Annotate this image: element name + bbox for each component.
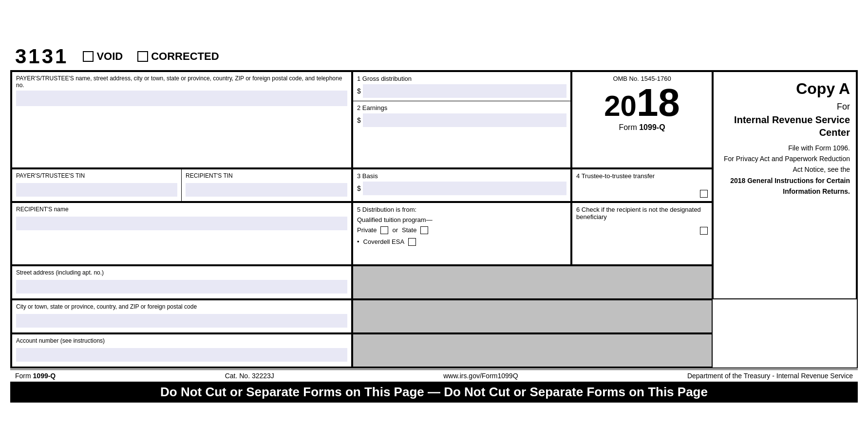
box1-input: $ — [357, 84, 566, 98]
box5-options: Qualified tuition program— Private or St… — [357, 216, 566, 246]
box3-input: $ — [357, 182, 566, 195]
recipient-name-cell: RECIPIENT'S name — [11, 202, 352, 265]
footer-department: Department of the Treasury - Internal Re… — [687, 372, 853, 380]
footer-cat: Cat. No. 32223J — [225, 372, 274, 380]
or-label: or — [392, 226, 398, 234]
footer-top: Form 1099-Q Cat. No. 32223J www.irs.gov/… — [10, 369, 858, 382]
copy-a-info: File with Form 1096. For Privacy Act and… — [719, 143, 850, 197]
box3-cell: 3 Basis $ — [352, 168, 571, 202]
void-checkbox[interactable] — [83, 51, 94, 62]
void-corrected-area: VOID CORRECTED — [83, 50, 219, 63]
gray-area-1 — [352, 265, 713, 299]
street-label: Street address (including apt. no.) — [16, 269, 347, 276]
box2-amount[interactable] — [363, 113, 566, 127]
gray-area-2 — [352, 299, 713, 333]
void-label: VOID — [96, 50, 123, 63]
payer-tin-input[interactable] — [16, 183, 177, 197]
box5-label: 5 Distribution is from: — [357, 206, 566, 213]
box5-cell: 5 Distribution is from: Qualified tuitio… — [352, 202, 571, 265]
payer-tin-label: PAYER'S/TRUSTEE'S TIN — [16, 172, 177, 179]
street-cell: Street address (including apt. no.) — [11, 265, 352, 299]
box5-private-state: Private or State — [357, 226, 566, 234]
private-checkbox[interactable] — [380, 226, 388, 234]
recipient-tin-right: RECIPIENT'S TIN — [182, 169, 351, 201]
footer-bottom: Do Not Cut or Separate Forms on This Pag… — [10, 382, 858, 403]
box3-amount[interactable] — [363, 182, 566, 195]
form-body: PAYER'S/TRUSTEE'S name, street address, … — [10, 70, 858, 368]
recipient-tin-input[interactable] — [186, 183, 347, 197]
coverdell-bullet: • — [357, 238, 359, 245]
box4-checkbox[interactable] — [700, 190, 708, 198]
corrected-label: CORRECTED — [151, 50, 219, 63]
payer-tin-left: PAYER'S/TRUSTEE'S TIN — [12, 169, 182, 201]
copy-a-cell: Copy A For Internal Revenue Service Cent… — [713, 71, 857, 299]
void-checkbox-label[interactable]: VOID — [83, 50, 123, 63]
city-input[interactable] — [16, 314, 347, 328]
page: 3131 VOID CORRECTED PAYER'S/TRUSTEE'S na… — [5, 40, 863, 403]
box1-section: 1 Gross distribution $ — [353, 72, 570, 101]
payer-name-cell: PAYER'S/TRUSTEE'S name, street address, … — [11, 71, 352, 168]
payer-name-label: PAYER'S/TRUSTEE'S name, street address, … — [16, 75, 347, 89]
street-input[interactable] — [16, 280, 347, 294]
city-label: City or town, state or province, country… — [16, 303, 347, 310]
box4-cell: 4 Trustee-to-trustee transfer — [571, 168, 713, 202]
footer-form-name: Form 1099-Q — [15, 372, 56, 380]
copy-a-irs: Internal Revenue Service Center — [719, 113, 850, 139]
box6-label: 6 Check if the recipient is not the desi… — [576, 206, 708, 221]
box1-label: 1 Gross distribution — [357, 75, 566, 82]
copy-a-title: Copy A — [719, 77, 850, 100]
city-cell: City or town, state or province, country… — [11, 299, 352, 333]
recipient-tin-label: RECIPIENT'S TIN — [186, 172, 347, 179]
box2-label: 2 Earnings — [357, 104, 566, 111]
corrected-checkbox[interactable] — [137, 51, 148, 62]
corrected-checkbox-label[interactable]: CORRECTED — [137, 50, 219, 63]
box6-checkbox[interactable] — [700, 227, 708, 235]
coverdell-checkbox[interactable] — [408, 238, 416, 246]
top-header: 3131 VOID CORRECTED — [10, 45, 858, 68]
box4-label: 4 Trustee-to-trustee transfer — [576, 172, 708, 180]
account-label: Account number (see instructions) — [16, 337, 347, 344]
copy-a-for: For — [719, 100, 850, 113]
recipient-name-input[interactable] — [16, 217, 347, 230]
gray-area-3 — [352, 333, 713, 368]
box5-coverdell: • Coverdell ESA — [357, 238, 566, 246]
coverdell-label: Coverdell ESA — [363, 238, 405, 245]
box2-input: $ — [357, 113, 566, 127]
payer-name-input[interactable] — [16, 91, 347, 106]
footer-website: www.irs.gov/Form1099Q — [443, 372, 518, 380]
tin-row: PAYER'S/TRUSTEE'S TIN RECIPIENT'S TIN — [11, 168, 352, 202]
state-checkbox[interactable] — [420, 226, 428, 234]
form-number: 3131 — [15, 45, 68, 68]
account-input[interactable] — [16, 348, 347, 362]
box1-amount[interactable] — [363, 84, 566, 98]
state-label: State — [402, 226, 416, 234]
form-name-label: Form 1099-Q — [576, 123, 708, 132]
box1-2-cell: 1 Gross distribution $ 2 Earnings $ — [352, 71, 571, 168]
box3-label: 3 Basis — [357, 172, 566, 180]
account-cell: Account number (see instructions) — [11, 333, 352, 368]
box2-section: 2 Earnings $ — [353, 101, 570, 130]
box3-dollar: $ — [357, 184, 361, 192]
omb-cell: OMB No. 1545-1760 2018 Form 1099-Q — [571, 71, 713, 168]
box2-dollar: $ — [357, 116, 361, 124]
box6-cell: 6 Check if the recipient is not the desi… — [571, 202, 713, 265]
box1-dollar: $ — [357, 87, 361, 95]
private-label: Private — [357, 226, 377, 234]
box5-option1-label: Qualified tuition program— — [357, 216, 566, 223]
recipient-name-label: RECIPIENT'S name — [16, 206, 347, 213]
year-display: 2018 — [576, 83, 708, 122]
